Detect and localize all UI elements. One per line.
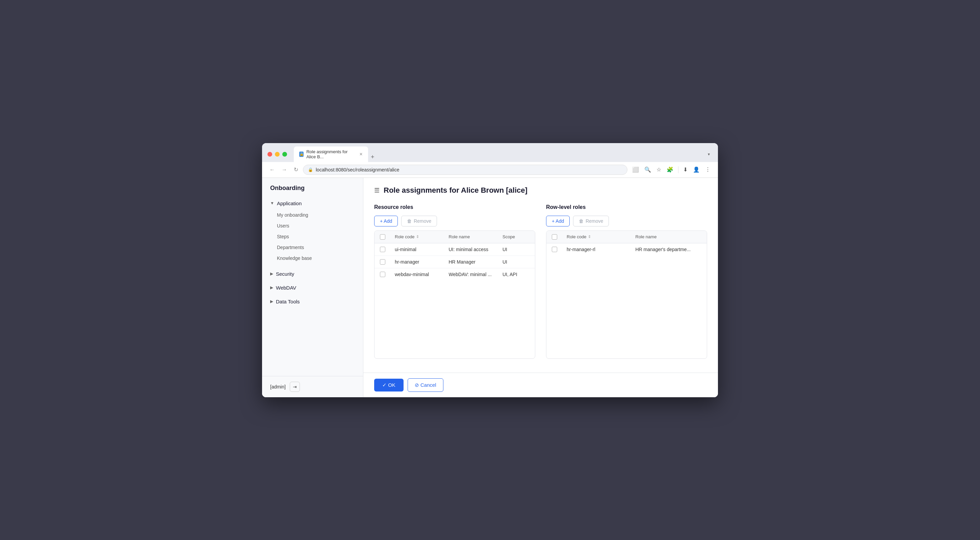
resource-roles-remove-button[interactable]: 🗑 Remove (401, 216, 437, 227)
sidebar-item-departments[interactable]: Departments (262, 242, 363, 253)
menu-button[interactable]: ⋮ (703, 165, 713, 174)
rowlevel-roles-table-header: Role code ⇕ Role name (546, 231, 707, 243)
sidebar-footer: [admin] ⇥ (262, 376, 363, 397)
browser-titlebar: 🔒 Role assignments for Alice B... ✕ + ▾ (262, 143, 718, 162)
sidebar-section-data-tools: ▶ Data Tools (262, 295, 363, 308)
star-button[interactable]: ☆ (654, 165, 663, 174)
sidebar-section-webdav-header[interactable]: ▶ WebDAV (262, 281, 363, 294)
ok-button[interactable]: ✓ OK (374, 379, 404, 392)
row3-checkbox-cell (380, 272, 392, 277)
rowlevel-roles-add-button[interactable]: + Add (546, 216, 570, 227)
resource-roles-title: Resource roles (374, 204, 535, 210)
trash-icon-2: 🗑 (579, 218, 584, 224)
resource-role-name-col: Role name (449, 234, 500, 240)
sidebar-webdav-label: WebDAV (276, 285, 296, 291)
sidebar-section-data-tools-header[interactable]: ▶ Data Tools (262, 295, 363, 308)
traffic-lights (267, 152, 287, 157)
address-bar[interactable]: 🔒 localhost:8080/sec/roleassignment/alic… (303, 165, 627, 175)
lock-icon: 🔒 (308, 167, 313, 172)
forward-button[interactable]: → (280, 165, 289, 174)
browser-toolbar: ← → ↻ 🔒 localhost:8080/sec/roleassignmen… (262, 162, 718, 178)
sidebar-item-users[interactable]: Users (262, 221, 363, 231)
sidebar-section-webdav: ▶ WebDAV (262, 281, 363, 294)
select-all-resource-checkbox[interactable] (380, 234, 385, 240)
zoom-button[interactable]: 🔍 (642, 165, 653, 174)
extension-button[interactable]: 🧩 (665, 165, 675, 174)
cast-button[interactable]: ⬜ (630, 165, 641, 174)
main-content: ☰ Role assignments for Alice Brown [alic… (363, 178, 718, 373)
rowlevel-checkbox-col-header (552, 234, 564, 240)
chevron-right-icon: ▶ (270, 272, 273, 276)
reload-button[interactable]: ↻ (292, 165, 300, 174)
new-tab-button[interactable]: + (368, 152, 377, 162)
tab-title: Role assignments for Alice B... (306, 149, 355, 159)
row2-checkbox[interactable] (380, 259, 385, 265)
sidebar-item-knowledge-base[interactable]: Knowledge base (262, 253, 363, 264)
rowlevel-roles-remove-button[interactable]: 🗑 Remove (573, 216, 609, 227)
sort-icon[interactable]: ⇕ (416, 235, 419, 239)
row3-checkbox[interactable] (380, 272, 385, 277)
toolbar-actions: ⬜ 🔍 ☆ 🧩 ⬇ 👤 ⋮ (630, 165, 713, 174)
sidebar-item-my-onboarding[interactable]: My onboarding (262, 210, 363, 221)
sidebar-data-tools-label: Data Tools (276, 299, 300, 305)
sidebar-item-steps[interactable]: Steps (262, 231, 363, 242)
row1-checkbox[interactable] (380, 247, 385, 252)
minimize-button[interactable] (275, 152, 280, 157)
row3-role-name: WebDAV: minimal ... (449, 272, 500, 277)
row1-role-name: UI: minimal access (449, 247, 500, 252)
chevron-right-icon-3: ▶ (270, 299, 273, 304)
close-button[interactable] (267, 152, 272, 157)
table-row: webdav-minimal WebDAV: minimal ... UI, A… (374, 268, 535, 281)
sidebar-application-items: My onboarding Users Steps Departments Kn… (262, 210, 363, 266)
table-row: hr-manager-rl HR manager's departme... (546, 243, 707, 256)
hamburger-icon[interactable]: ☰ (374, 187, 380, 194)
back-button[interactable]: ← (267, 165, 277, 174)
page-header: ☰ Role assignments for Alice Brown [alic… (374, 186, 707, 195)
profile-button[interactable]: 👤 (691, 165, 702, 174)
logout-button[interactable]: ⇥ (290, 382, 300, 392)
row2-checkbox-cell (380, 259, 392, 265)
rl-row1-checkbox[interactable] (552, 247, 557, 252)
maximize-button[interactable] (282, 152, 287, 157)
page-footer: ✓ OK ⊘ Cancel (363, 373, 718, 397)
rowlevel-roles-section: Row-level roles + Add 🗑 Remove (546, 204, 707, 359)
resource-roles-add-button[interactable]: + Add (374, 216, 398, 227)
current-user: [admin] (270, 384, 286, 389)
rowlevel-sort-icon[interactable]: ⇕ (588, 235, 591, 239)
page-title: Role assignments for Alice Brown [alice] (383, 186, 528, 195)
sidebar-section-security-header[interactable]: ▶ Security (262, 268, 363, 280)
select-all-rowlevel-checkbox[interactable] (552, 234, 557, 240)
rowlevel-roles-title: Row-level roles (546, 204, 707, 210)
browser-window: 🔒 Role assignments for Alice B... ✕ + ▾ … (262, 143, 718, 397)
rowlevel-roles-table: Role code ⇕ Role name (546, 230, 707, 359)
row2-role-code: hr-manager (395, 259, 446, 265)
table-row: hr-manager HR Manager UI (374, 256, 535, 268)
rowlevel-role-name-col: Role name (636, 234, 702, 240)
sidebar: Onboarding ▼ Application My onboarding U… (262, 178, 363, 397)
resource-role-code-col: Role code ⇕ (395, 234, 446, 240)
cancel-button[interactable]: ⊘ Cancel (407, 378, 444, 392)
chevron-down-icon: ▼ (270, 201, 274, 205)
resource-roles-table-header: Role code ⇕ Role name Scope (374, 231, 535, 243)
tabs-dropdown-button[interactable]: ▾ (705, 151, 713, 158)
active-tab[interactable]: 🔒 Role assignments for Alice B... ✕ (294, 146, 368, 162)
row1-scope: UI (503, 247, 530, 252)
main-area: ☰ Role assignments for Alice Brown [alic… (363, 178, 718, 397)
row3-scope: UI, API (503, 272, 530, 277)
row2-scope: UI (503, 259, 530, 265)
rowlevel-roles-toolbar: + Add 🗑 Remove (546, 216, 707, 227)
resource-roles-toolbar: + Add 🗑 Remove (374, 216, 535, 227)
rl-row1-checkbox-cell (552, 247, 564, 252)
roles-grid: Resource roles + Add 🗑 Remove (374, 204, 707, 359)
sidebar-section-application-header[interactable]: ▼ Application (262, 197, 363, 210)
trash-icon: 🗑 (407, 218, 412, 224)
sidebar-section-application: ▼ Application My onboarding Users Steps … (262, 197, 363, 266)
browser-tabs: 🔒 Role assignments for Alice B... ✕ + (294, 146, 701, 162)
rl-row1-role-code: hr-manager-rl (566, 247, 633, 252)
table-row: ui-minimal UI: minimal access UI (374, 243, 535, 256)
tab-close-button[interactable]: ✕ (359, 152, 363, 157)
download-button[interactable]: ⬇ (681, 165, 690, 174)
chevron-right-icon-2: ▶ (270, 285, 273, 290)
row1-checkbox-cell (380, 247, 392, 252)
resource-scope-col: Scope (503, 234, 530, 240)
